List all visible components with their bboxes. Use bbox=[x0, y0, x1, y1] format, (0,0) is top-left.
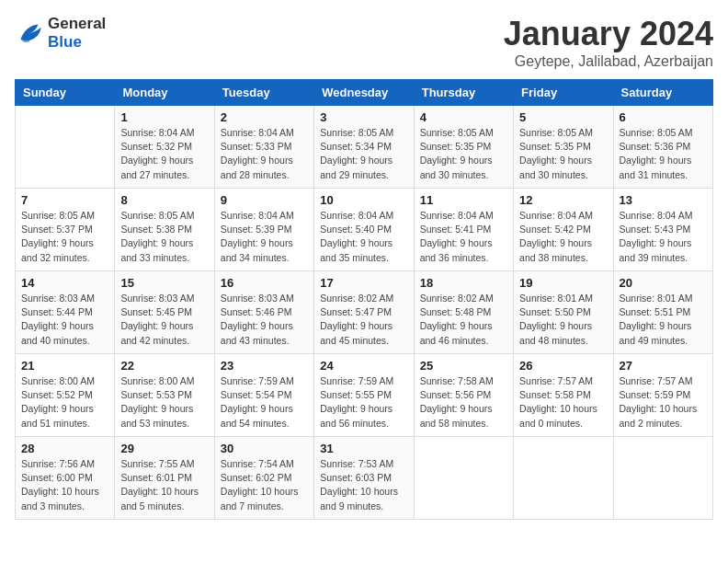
day-number: 28 bbox=[21, 442, 108, 455]
day-info: Sunrise: 7:57 AMSunset: 5:59 PMDaylight:… bbox=[620, 374, 707, 431]
day-number: 9 bbox=[221, 193, 308, 207]
calendar-cell: 20Sunrise: 8:01 AMSunset: 5:51 PMDayligh… bbox=[613, 271, 712, 354]
calendar-cell: 1Sunrise: 8:04 AMSunset: 5:32 PMDaylight… bbox=[115, 106, 214, 189]
calendar-cell: 10Sunrise: 8:04 AMSunset: 5:40 PMDayligh… bbox=[314, 189, 414, 271]
day-info: Sunrise: 8:05 AMSunset: 5:36 PMDaylight:… bbox=[620, 126, 707, 182]
calendar-cell: 26Sunrise: 7:57 AMSunset: 5:58 PMDayligh… bbox=[514, 354, 613, 437]
calendar-cell: 31Sunrise: 7:53 AMSunset: 6:03 PMDayligh… bbox=[314, 437, 414, 520]
calendar-cell bbox=[414, 437, 513, 520]
calendar-table: SundayMondayTuesdayWednesdayThursdayFrid… bbox=[15, 79, 713, 520]
day-number: 10 bbox=[320, 193, 407, 207]
calendar-cell: 13Sunrise: 8:04 AMSunset: 5:43 PMDayligh… bbox=[613, 189, 712, 271]
day-number: 27 bbox=[620, 359, 707, 373]
header-day: Wednesday bbox=[314, 80, 414, 106]
day-number: 17 bbox=[320, 276, 407, 290]
title-area: January 2024 Geytepe, Jalilabad, Azerbai… bbox=[504, 15, 713, 70]
day-info: Sunrise: 7:59 AMSunset: 5:55 PMDaylight:… bbox=[320, 374, 407, 431]
day-info: Sunrise: 8:04 AMSunset: 5:40 PMDaylight:… bbox=[320, 209, 407, 265]
calendar-cell: 5Sunrise: 8:05 AMSunset: 5:35 PMDaylight… bbox=[514, 106, 613, 189]
calendar-week-row: 7Sunrise: 8:05 AMSunset: 5:37 PMDaylight… bbox=[16, 189, 713, 271]
day-info: Sunrise: 8:05 AMSunset: 5:37 PMDaylight:… bbox=[21, 209, 108, 265]
day-info: Sunrise: 8:04 AMSunset: 5:43 PMDaylight:… bbox=[620, 209, 707, 265]
day-number: 8 bbox=[120, 193, 208, 207]
main-title: January 2024 bbox=[504, 15, 713, 53]
calendar-cell: 29Sunrise: 7:55 AMSunset: 6:01 PMDayligh… bbox=[115, 437, 214, 520]
calendar-cell: 16Sunrise: 8:03 AMSunset: 5:46 PMDayligh… bbox=[214, 271, 313, 354]
day-info: Sunrise: 8:03 AMSunset: 5:46 PMDaylight:… bbox=[221, 292, 308, 348]
calendar-cell: 27Sunrise: 7:57 AMSunset: 5:59 PMDayligh… bbox=[613, 354, 712, 437]
day-number: 31 bbox=[320, 442, 407, 455]
header-day: Saturday bbox=[613, 80, 712, 106]
calendar-cell: 30Sunrise: 7:54 AMSunset: 6:02 PMDayligh… bbox=[214, 437, 313, 520]
day-info: Sunrise: 8:04 AMSunset: 5:41 PMDaylight:… bbox=[420, 209, 507, 265]
calendar-cell bbox=[613, 437, 712, 520]
calendar-week-row: 21Sunrise: 8:00 AMSunset: 5:52 PMDayligh… bbox=[16, 354, 713, 437]
day-info: Sunrise: 7:58 AMSunset: 5:56 PMDaylight:… bbox=[420, 374, 507, 431]
calendar-cell: 21Sunrise: 8:00 AMSunset: 5:52 PMDayligh… bbox=[16, 354, 115, 437]
logo: General Blue bbox=[15, 15, 106, 52]
calendar-week-row: 28Sunrise: 7:56 AMSunset: 6:00 PMDayligh… bbox=[16, 437, 713, 520]
calendar-cell: 2Sunrise: 8:04 AMSunset: 5:33 PMDaylight… bbox=[214, 106, 313, 189]
day-number: 25 bbox=[420, 359, 507, 373]
day-number: 20 bbox=[620, 276, 707, 290]
logo-general: General bbox=[48, 15, 106, 32]
calendar-week-row: 1Sunrise: 8:04 AMSunset: 5:32 PMDaylight… bbox=[16, 106, 713, 189]
day-number: 29 bbox=[120, 442, 208, 455]
day-info: Sunrise: 7:54 AMSunset: 6:02 PMDaylight:… bbox=[221, 457, 308, 513]
day-number: 1 bbox=[120, 110, 208, 124]
header-day: Tuesday bbox=[214, 80, 313, 106]
day-number: 3 bbox=[320, 110, 407, 124]
day-number: 30 bbox=[221, 442, 308, 455]
day-info: Sunrise: 8:05 AMSunset: 5:35 PMDaylight:… bbox=[519, 126, 607, 182]
day-info: Sunrise: 8:00 AMSunset: 5:53 PMDaylight:… bbox=[120, 374, 208, 431]
header: General Blue January 2024 Geytepe, Jalil… bbox=[15, 15, 713, 70]
day-number: 15 bbox=[120, 276, 208, 290]
header-day: Monday bbox=[115, 80, 214, 106]
day-info: Sunrise: 7:55 AMSunset: 6:01 PMDaylight:… bbox=[120, 457, 208, 513]
day-info: Sunrise: 7:57 AMSunset: 5:58 PMDaylight:… bbox=[519, 374, 607, 431]
calendar-header: SundayMondayTuesdayWednesdayThursdayFrid… bbox=[16, 80, 713, 106]
calendar-cell: 3Sunrise: 8:05 AMSunset: 5:34 PMDaylight… bbox=[314, 106, 414, 189]
day-info: Sunrise: 8:01 AMSunset: 5:51 PMDaylight:… bbox=[620, 292, 707, 348]
logo-blue: Blue bbox=[48, 33, 82, 51]
day-info: Sunrise: 8:04 AMSunset: 5:39 PMDaylight:… bbox=[221, 209, 308, 265]
day-info: Sunrise: 8:05 AMSunset: 5:35 PMDaylight:… bbox=[420, 126, 507, 182]
day-number: 11 bbox=[420, 193, 507, 207]
day-info: Sunrise: 7:56 AMSunset: 6:00 PMDaylight:… bbox=[21, 457, 108, 513]
calendar-week-row: 14Sunrise: 8:03 AMSunset: 5:44 PMDayligh… bbox=[16, 271, 713, 354]
day-number: 18 bbox=[420, 276, 507, 290]
calendar-cell: 15Sunrise: 8:03 AMSunset: 5:45 PMDayligh… bbox=[115, 271, 214, 354]
calendar-cell: 18Sunrise: 8:02 AMSunset: 5:48 PMDayligh… bbox=[414, 271, 513, 354]
calendar-cell: 24Sunrise: 7:59 AMSunset: 5:55 PMDayligh… bbox=[314, 354, 414, 437]
calendar-cell: 8Sunrise: 8:05 AMSunset: 5:38 PMDaylight… bbox=[115, 189, 214, 271]
day-info: Sunrise: 8:04 AMSunset: 5:32 PMDaylight:… bbox=[120, 126, 208, 182]
calendar-cell: 28Sunrise: 7:56 AMSunset: 6:00 PMDayligh… bbox=[16, 437, 115, 520]
calendar-cell: 11Sunrise: 8:04 AMSunset: 5:41 PMDayligh… bbox=[414, 189, 513, 271]
header-day: Thursday bbox=[414, 80, 513, 106]
day-info: Sunrise: 7:59 AMSunset: 5:54 PMDaylight:… bbox=[221, 374, 308, 431]
day-info: Sunrise: 8:00 AMSunset: 5:52 PMDaylight:… bbox=[21, 374, 108, 431]
day-info: Sunrise: 8:05 AMSunset: 5:38 PMDaylight:… bbox=[120, 209, 208, 265]
day-number: 24 bbox=[320, 359, 407, 373]
calendar-cell: 12Sunrise: 8:04 AMSunset: 5:42 PMDayligh… bbox=[514, 189, 613, 271]
calendar-cell: 6Sunrise: 8:05 AMSunset: 5:36 PMDaylight… bbox=[613, 106, 712, 189]
day-number: 22 bbox=[120, 359, 208, 373]
day-info: Sunrise: 8:03 AMSunset: 5:44 PMDaylight:… bbox=[21, 292, 108, 348]
day-info: Sunrise: 8:02 AMSunset: 5:48 PMDaylight:… bbox=[420, 292, 507, 348]
calendar-cell: 22Sunrise: 8:00 AMSunset: 5:53 PMDayligh… bbox=[115, 354, 214, 437]
day-info: Sunrise: 7:53 AMSunset: 6:03 PMDaylight:… bbox=[320, 457, 407, 513]
day-number: 16 bbox=[221, 276, 308, 290]
logo-text: General Blue bbox=[48, 15, 106, 52]
day-info: Sunrise: 8:04 AMSunset: 5:42 PMDaylight:… bbox=[519, 209, 607, 265]
day-number: 21 bbox=[21, 359, 108, 373]
calendar-cell: 9Sunrise: 8:04 AMSunset: 5:39 PMDaylight… bbox=[214, 189, 313, 271]
day-info: Sunrise: 8:04 AMSunset: 5:33 PMDaylight:… bbox=[221, 126, 308, 182]
calendar-cell: 19Sunrise: 8:01 AMSunset: 5:50 PMDayligh… bbox=[514, 271, 613, 354]
calendar-cell bbox=[514, 437, 613, 520]
day-number: 6 bbox=[620, 110, 707, 124]
subtitle: Geytepe, Jalilabad, Azerbaijan bbox=[504, 53, 713, 70]
calendar-cell: 25Sunrise: 7:58 AMSunset: 5:56 PMDayligh… bbox=[414, 354, 513, 437]
header-row: SundayMondayTuesdayWednesdayThursdayFrid… bbox=[16, 80, 713, 106]
day-number: 4 bbox=[420, 110, 507, 124]
day-number: 13 bbox=[620, 193, 707, 207]
